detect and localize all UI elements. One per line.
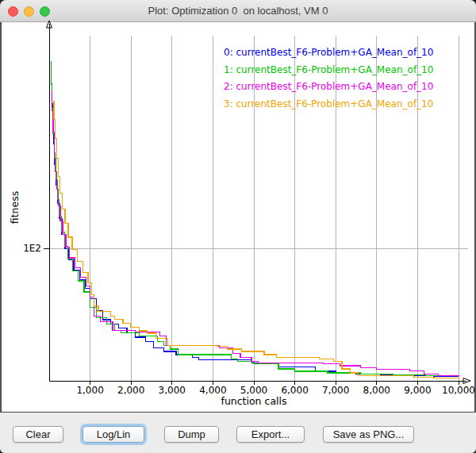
plot-window: Plot: Optimization 0 on localhost, VM 0 … [0, 0, 476, 453]
close-button[interactable] [8, 6, 18, 17]
legend-item: 1: currentBest_F6-Problem+GA_Mean_of_10 [224, 62, 433, 79]
button-bar: Clear Log/Lin Dump Export... Save as PNG… [0, 413, 476, 453]
legend-item: 0: currentBest_F6-Problem+GA_Mean_of_10 [224, 44, 433, 62]
minimize-button[interactable] [24, 6, 34, 17]
x-axis-label: function calls [49, 395, 459, 407]
export-button[interactable]: Export... [236, 426, 305, 443]
clear-button[interactable]: Clear [13, 426, 63, 443]
legend-item: 2: currentBest_F6-Problem+GA_Mean_of_10 [224, 79, 433, 96]
titlebar[interactable]: Plot: Optimization 0 on localhost, VM 0 [0, 0, 476, 22]
legend-item: 3: currentBest_F6-Problem+GA_Mean_of_10 [224, 96, 433, 113]
dump-button[interactable]: Dump [164, 426, 219, 443]
window-controls [8, 6, 50, 17]
log-lin-toggle-button[interactable]: Log/Lin [83, 426, 144, 443]
y-axis-label: fitness [9, 175, 21, 240]
save-as-png-button[interactable]: Save as PNG... [323, 426, 414, 443]
zoom-button[interactable] [40, 6, 50, 17]
legend: 0: currentBest_F6-Problem+GA_Mean_of_101… [224, 44, 433, 113]
window-title: Plot: Optimization 0 on localhost, VM 0 [148, 5, 328, 17]
